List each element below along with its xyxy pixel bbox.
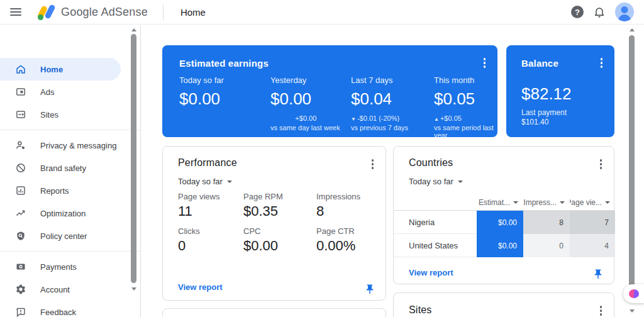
help-icon[interactable]: ? — [571, 6, 584, 18]
delta-arrow-icon: ▼ — [351, 116, 356, 122]
sites-card: Sites — [393, 292, 614, 317]
card-title: Balance — [521, 58, 558, 69]
page-scrollbar-thumb[interactable] — [629, 35, 635, 287]
sidebar-item-reports[interactable]: Reports — [0, 179, 140, 202]
stat-impressions: Impressions 8 — [316, 192, 360, 220]
cell-earnings: $0.00 — [477, 234, 523, 257]
last-payment-value: $101.40 — [521, 118, 548, 126]
more-options-icon[interactable] — [597, 57, 606, 69]
topbar: Google AdSense Home ? — [0, 0, 644, 25]
page-title: Home — [180, 7, 206, 18]
sidebar-divider — [0, 130, 140, 130]
date-range-selector[interactable]: Today so far — [178, 177, 232, 186]
account-icon — [15, 284, 26, 295]
pin-icon[interactable] — [592, 269, 604, 280]
chevron-down-icon — [227, 181, 232, 183]
pin-icon[interactable] — [364, 284, 375, 295]
table-header-row: Estimat... Impress... Page vie... — [394, 194, 614, 211]
card-title: Estimated earnings — [179, 58, 269, 69]
page-scrollbar — [628, 25, 636, 317]
estimated-earnings-card: Estimated earnings Today so far $0.00 Ye… — [162, 45, 497, 137]
column-impressions[interactable]: Impress... — [523, 198, 570, 207]
cell-impressions: 8 — [523, 211, 570, 234]
sidebar-item-optimization[interactable]: Optimization — [0, 202, 140, 225]
card-title: Countries — [409, 157, 453, 169]
sort-arrow-icon — [513, 201, 518, 204]
ads-icon — [15, 86, 26, 97]
policy-center-icon — [15, 230, 26, 242]
more-options-icon[interactable] — [597, 304, 606, 317]
stat-page-views: Page views 11 — [178, 192, 243, 220]
stat-cpc: CPC $0.00 — [243, 226, 316, 254]
sites-icon — [15, 109, 26, 120]
scroll-down-arrow-icon[interactable] — [630, 309, 635, 313]
sidebar-item-ads[interactable]: Ads — [0, 81, 140, 103]
brain-extension-icon — [629, 289, 639, 298]
sidebar-item-feedback[interactable]: Feedback — [0, 301, 140, 317]
notifications-icon[interactable] — [593, 6, 606, 18]
sidebar-item-payments[interactable]: Payments — [0, 255, 140, 278]
product-name: Google AdSense — [61, 6, 148, 19]
scroll-down-arrow-icon[interactable] — [131, 287, 136, 291]
sidebar-item-policy-center[interactable]: Policy center — [0, 225, 140, 247]
sort-arrow-icon — [605, 201, 610, 204]
sidebar-divider — [0, 251, 140, 252]
cell-page-views: 4 — [570, 234, 615, 257]
privacy-messaging-icon — [15, 140, 26, 151]
stat-clicks: Clicks 0 — [178, 226, 243, 254]
stat-page-rpm: Page RPM $0.35 — [243, 192, 316, 220]
cell-impressions: 0 — [523, 234, 570, 257]
stat-yesterday: Yesterday $0.00 +$0.00 vs same day last … — [270, 75, 340, 131]
more-options-icon[interactable] — [369, 158, 377, 170]
chevron-down-icon — [458, 181, 463, 183]
stat-today: Today so far $0.00 — [179, 75, 224, 109]
adsense-logo-icon[interactable] — [38, 4, 55, 21]
sidebar-item-brand-safety[interactable]: Brand safety — [0, 157, 140, 179]
stat-this-month: This month $0.05 ▲+$0.05 vs same period … — [434, 75, 497, 139]
home-icon — [15, 64, 26, 75]
stat-last-7-days: Last 7 days $0.04 ▼-$0.01 (-20%) vs prev… — [351, 75, 408, 131]
card-title: Performance — [178, 157, 237, 169]
last-payment-label: Last payment — [521, 108, 567, 117]
view-report-link[interactable]: View report — [409, 268, 453, 277]
sidebar-item-account[interactable]: Account — [0, 278, 140, 301]
scroll-up-arrow-icon[interactable] — [630, 28, 635, 31]
sidebar-item-privacy-messaging[interactable]: Privacy & messaging — [0, 134, 140, 157]
sidebar-scrollbar — [130, 25, 138, 317]
balance-card: Balance $82.12 Last payment $101.40 — [506, 45, 614, 137]
brand-safety-icon — [15, 162, 26, 174]
column-page-views[interactable]: Page vie... — [570, 198, 615, 207]
performance-stats: Page views 11 Page RPM $0.35 Impressions… — [178, 192, 360, 254]
countries-card: Countries Today so far Estimat... Impres… — [393, 146, 614, 284]
sidebar-scrollbar-thumb[interactable] — [131, 34, 136, 283]
payments-icon — [15, 261, 26, 272]
view-report-link[interactable]: View report — [178, 282, 223, 292]
column-estimated-earnings[interactable]: Estimat... — [477, 198, 523, 207]
date-range-selector[interactable]: Today so far — [409, 177, 463, 186]
topbar-divider — [163, 4, 164, 20]
avatar[interactable] — [615, 3, 634, 21]
cell-page-views: 7 — [570, 211, 615, 234]
sidebar-item-sites[interactable]: Sites — [0, 103, 140, 126]
extension-pill[interactable] — [623, 284, 644, 303]
stat-page-ctr: Page CTR 0.00% — [316, 226, 360, 254]
menu-icon[interactable] — [10, 6, 21, 18]
partial-card — [162, 308, 386, 317]
scroll-up-arrow-icon[interactable] — [131, 28, 136, 31]
balance-value: $82.12 — [521, 84, 572, 104]
reports-icon — [15, 185, 26, 196]
optimization-icon — [15, 208, 26, 219]
more-options-icon[interactable] — [597, 158, 606, 170]
sidebar-item-home[interactable]: Home — [0, 58, 121, 81]
table-row: United States $0.00 0 4 — [394, 234, 614, 257]
feedback-icon — [15, 306, 26, 317]
sort-arrow-icon — [560, 201, 565, 204]
countries-table: Estimat... Impress... Page vie... Nigeri… — [394, 194, 614, 257]
cell-earnings: $0.00 — [477, 211, 523, 234]
card-title: Sites — [409, 304, 432, 316]
performance-card: Performance Today so far Page views 11 P… — [162, 146, 386, 301]
sidebar: Home Ads Sites Privacy & messaging Brand… — [0, 25, 141, 317]
delta-arrow-icon: ▲ — [434, 116, 439, 122]
table-row: Nigeria $0.00 8 7 — [394, 211, 614, 234]
more-options-icon[interactable] — [480, 57, 489, 69]
